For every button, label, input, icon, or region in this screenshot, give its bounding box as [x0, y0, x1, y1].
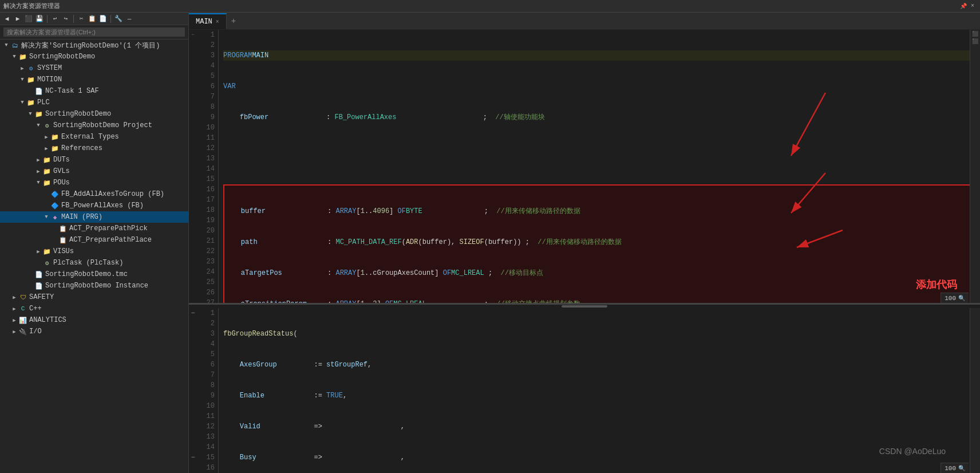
sidebar-label-main: MAIN (PRG)	[61, 213, 102, 221]
sidebar-item-visus[interactable]: ▶ 📁 VISUs	[0, 246, 188, 257]
sidebar-label-safety: SAFETY	[29, 293, 54, 301]
ln-6: 6	[200, 81, 215, 92]
fold-btn-b15[interactable]: −	[189, 452, 197, 463]
tab-add-button[interactable]: +	[227, 13, 240, 29]
sidebar-item-plc[interactable]: ▼ 📁 PLC	[0, 97, 188, 108]
paste-icon[interactable]: 📄	[98, 14, 108, 23]
fold-btn-15	[189, 174, 197, 184]
fold-btn-21	[189, 236, 197, 246]
ln-9: 9	[200, 112, 215, 123]
tree-arrow-safety: ▶	[10, 294, 18, 301]
save-icon[interactable]: 💾	[35, 14, 44, 23]
code-line-4	[223, 143, 975, 153]
fold-btn-b7	[189, 370, 197, 380]
folder-icon-visus: 📁	[42, 247, 52, 256]
prg-icon-main: ◆	[50, 212, 60, 222]
bln-12: 12	[200, 421, 215, 432]
sidebar-label-pous: POUs	[53, 179, 70, 187]
bln-11: 11	[200, 411, 215, 421]
fold-btn-24	[189, 267, 197, 277]
sidebar-item-nctask[interactable]: 📄 NC-Task 1 SAF	[0, 85, 188, 97]
io-icon: 🔌	[18, 327, 27, 336]
sidebar-label-plctask: PlcTask (PlcTask)	[53, 259, 123, 267]
window-titlebar: 解决方案资源管理器 📌 ×	[0, 0, 980, 13]
ln-15: 15	[200, 174, 215, 184]
editor-panels: −	[189, 30, 980, 473]
sidebar-item-root[interactable]: ▼ 🗂 解决方案'SortingRobotDemo'(1 个项目)	[0, 40, 188, 51]
sidebar-item-tmc[interactable]: 📄 SortingRobotDemo.tmc	[0, 269, 188, 280]
ln-5: 5	[200, 71, 215, 81]
sidebar-item-motion[interactable]: ▼ 📁 MOTION	[0, 74, 188, 85]
top-code-area[interactable]: PROGRAM MAIN VAR fbPower : FB_PowerAllAx…	[219, 30, 980, 303]
ln-26: 26	[200, 287, 215, 298]
fold-btn-b1[interactable]: −	[189, 308, 197, 318]
top-zoom-icon: 🔍	[958, 295, 965, 302]
code-line-2: VAR	[223, 81, 975, 92]
ln-16: 16	[200, 184, 215, 195]
sep1	[47, 15, 48, 23]
gear-icon-plctask: ⚙	[42, 258, 52, 267]
fold-btn-4	[189, 61, 197, 71]
forward-icon[interactable]: ▶	[13, 14, 22, 23]
window-controls: 📌 ×	[959, 2, 977, 10]
pin-icon[interactable]: 📌	[959, 2, 967, 10]
sidebar-item-safety[interactable]: ▶ 🛡 SAFETY	[0, 291, 188, 303]
tab-close-icon[interactable]: ×	[216, 19, 219, 25]
stop-icon[interactable]: ⬛	[24, 14, 33, 23]
tree-arrow-analytics: ▶	[10, 317, 18, 324]
bln-16: 16	[200, 463, 215, 473]
bln-7: 7	[200, 370, 215, 380]
sidebar-item-cpp[interactable]: ▶ C C++	[0, 303, 188, 314]
fold-btn-8	[189, 102, 197, 112]
sidebar-toolbar: ◀ ▶ ⬛ 💾 ↩ ↪ ✂ 📋 📄 🔧 —	[0, 13, 188, 25]
sidebar-item-system[interactable]: ▶ ⚙ SYSTEM	[0, 62, 188, 74]
bottom-editor-content: − −	[189, 308, 980, 473]
minimap-top-icon: ⬛	[972, 31, 978, 37]
tree-arrow-gvls: ▶	[34, 168, 42, 175]
sidebar-item-main[interactable]: ▼ ◆ MAIN (PRG)	[0, 211, 188, 223]
settings-icon[interactable]: 🔧	[114, 14, 123, 23]
bottom-fold-gutter: − −	[189, 308, 197, 473]
minimize-icon[interactable]: —	[125, 14, 134, 23]
sidebar-item-fb-power[interactable]: 🔷 FB_PowerAllAxes (FB)	[0, 200, 188, 211]
sidebar-label-act-pick: ACT_PreparePathPick	[69, 224, 148, 232]
tree-arrow-pous: ▼	[34, 180, 42, 186]
sidebar-item-fb-addall[interactable]: 🔷 FB_AddAllAxesToGroup (FB)	[0, 188, 188, 200]
copy-icon[interactable]: 📋	[88, 14, 97, 23]
search-input[interactable]	[3, 27, 185, 37]
ln-19: 19	[200, 215, 215, 226]
sidebar-item-plc-sorting[interactable]: ▼ 📁 SortingRobotDemo	[0, 108, 188, 120]
fold-btn-22	[189, 246, 197, 257]
sidebar-item-act-pick[interactable]: 📋 ACT_PreparePathPick	[0, 223, 188, 234]
sidebar-item-references[interactable]: ▶ 📁 References	[0, 143, 188, 154]
back-icon[interactable]: ◀	[2, 14, 11, 23]
sidebar-item-sortingrootdemo[interactable]: ▼ 📁 SortingRobotDemo	[0, 51, 188, 62]
sidebar-label-instance: SortingRobotDemo Instance	[45, 282, 148, 290]
bottom-minimap	[970, 308, 980, 473]
editor-area: MAIN × + −	[189, 13, 980, 473]
cut-icon[interactable]: ✂	[77, 14, 86, 23]
bottom-code-area[interactable]: fbGroupReadStatus( AxesGroup := stGroupR…	[219, 308, 980, 473]
fold-btn-top[interactable]: −	[189, 30, 197, 40]
undo-icon[interactable]: ↩	[50, 14, 60, 23]
sidebar-item-io[interactable]: ▶ 🔌 I/O	[0, 326, 188, 337]
fold-btn-b3	[189, 329, 197, 339]
close-sidebar-icon[interactable]: ×	[969, 2, 977, 10]
sidebar-item-act-place[interactable]: 📋 ACT_PreparePathPlace	[0, 234, 188, 246]
bln-15: 15	[200, 452, 215, 463]
sidebar-item-external-types[interactable]: ▶ 📁 External Types	[0, 131, 188, 143]
fold-btn-b2	[189, 318, 197, 329]
sidebar-item-duts[interactable]: ▶ 📁 DUTs	[0, 154, 188, 165]
tab-main[interactable]: MAIN ×	[189, 13, 227, 29]
sidebar: ◀ ▶ ⬛ 💾 ↩ ↪ ✂ 📋 📄 🔧 — ▼ 🗂 解决方案'SortingR	[0, 13, 189, 473]
bottom-editor-panel: − −	[189, 308, 980, 473]
sidebar-item-analytics[interactable]: ▶ 📊 ANALYTICS	[0, 314, 188, 326]
ln-21: 21	[200, 236, 215, 246]
redo-icon[interactable]: ↪	[61, 14, 70, 23]
sidebar-item-instance[interactable]: 📄 SortingRobotDemo Instance	[0, 280, 188, 291]
sidebar-item-plctask[interactable]: ⚙ PlcTask (PlcTask)	[0, 257, 188, 269]
ln-4: 4	[200, 61, 215, 71]
sidebar-item-pous[interactable]: ▼ 📁 POUs	[0, 177, 188, 188]
sidebar-item-gvls[interactable]: ▶ 📁 GVLs	[0, 165, 188, 177]
sidebar-item-project[interactable]: ▼ ⚙ SortingRobotDemo Project	[0, 120, 188, 131]
